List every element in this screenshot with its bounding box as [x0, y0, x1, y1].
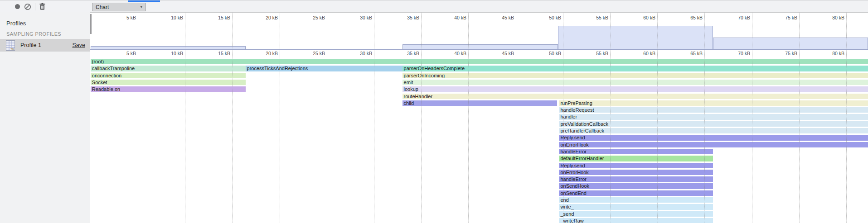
overview-baseline [90, 49, 868, 50]
flame-frame[interactable]: (root) [91, 59, 868, 64]
flame-frame[interactable]: routeHandler [402, 94, 868, 99]
flame-frame[interactable]: emit [402, 80, 868, 85]
chevron-down-icon: ▾ [140, 5, 142, 9]
vertical-scrollbar-thumb[interactable] [90, 14, 92, 34]
flame-frame[interactable]: parserOnIncoming [402, 73, 868, 78]
gridline-dots [610, 13, 611, 223]
memory-overview-step[interactable] [91, 46, 246, 49]
sidebar: Profiles SAMPLING PROFILES % Profile 1 S… [0, 12, 90, 223]
flame-frame[interactable]: preHandlerCallback [559, 128, 868, 133]
overview-tick-label: 55 kB [596, 15, 608, 20]
block-icon [24, 3, 31, 10]
flame-frame[interactable]: lookup [402, 86, 868, 92]
flame-ruler-tick-label: 65 kB [690, 51, 703, 56]
flame-ruler-tick-label: 15 kB [218, 51, 230, 56]
flame-frame[interactable]: Socket [91, 80, 246, 85]
flame-frame[interactable]: onSendEnd [559, 190, 713, 196]
flame-frame[interactable]: onconnection [91, 73, 246, 78]
flame-ruler-tick-label: 35 kB [407, 51, 419, 56]
flame-ruler-tick-label: 20 kB [266, 51, 278, 56]
flame-frame[interactable]: child [402, 100, 558, 106]
gridline-dots [280, 13, 280, 223]
record-button[interactable] [12, 2, 22, 11]
flame-frame[interactable]: Readable.on [91, 86, 246, 92]
flame-frame[interactable]: _send [559, 211, 713, 217]
overview-tick-label: 10 kB [171, 15, 183, 20]
view-mode-select[interactable]: Chart ▾ [92, 3, 146, 11]
gridline-dots [846, 13, 847, 223]
flame-ruler-tick-label: 5 kB [126, 51, 136, 56]
profile-document-icon: % [6, 40, 15, 51]
flame-frame[interactable]: parserOnHeadersComplete [402, 66, 868, 71]
gridline-dots [468, 13, 469, 223]
sampling-profiles-section-label: SAMPLING PROFILES [6, 31, 61, 37]
overview-tick-label: 20 kB [266, 15, 278, 20]
gridline-dots [185, 13, 185, 223]
overview-tick-label: 80 kB [832, 15, 844, 20]
flame-frame[interactable]: _writeRaw [559, 218, 713, 223]
gridline-dots [704, 13, 705, 223]
gridline-dots [421, 13, 422, 223]
flame-ruler-tick-label: 25 kB [313, 51, 325, 56]
flame-ruler-tick-label: 70 kB [738, 51, 750, 56]
overview-tick-label: 15 kB [218, 15, 230, 20]
gridline-dots [657, 13, 658, 223]
overview-tick-label: 60 kB [643, 15, 655, 20]
memory-overview-step[interactable] [558, 26, 713, 49]
flame-ruler-tick-label: 75 kB [785, 51, 797, 56]
overview-tick-label: 40 kB [454, 15, 466, 20]
flame-frame[interactable]: handleRequest [559, 107, 868, 113]
overview-tick-label: 35 kB [407, 15, 419, 20]
flame-frame[interactable]: preValidationCallback [559, 121, 868, 127]
flame-frame[interactable]: onErrorHook [559, 170, 713, 175]
gridline-dots [327, 13, 327, 223]
flame-frame[interactable]: onSendHook [559, 183, 713, 189]
flame-frame[interactable]: defaultErrorHandler [559, 156, 713, 161]
flame-frame[interactable]: callbackTrampoline [91, 66, 246, 71]
clear-button[interactable] [23, 2, 33, 11]
overview-tick-label: 50 kB [549, 15, 561, 20]
flame-frame[interactable]: runPreParsing [559, 100, 868, 106]
flame-ruler-tick-label: 30 kB [360, 51, 372, 56]
flame-frame[interactable]: handleError [559, 149, 713, 154]
svg-text:%: % [11, 47, 14, 51]
flame-frame[interactable]: onErrorHook [559, 142, 868, 147]
delete-profile-button[interactable] [37, 2, 47, 11]
toolbar-separator [35, 3, 35, 10]
trash-icon [39, 3, 46, 10]
view-mode-value: Chart [96, 4, 109, 10]
active-tab-indicator [128, 0, 160, 2]
flame-frame[interactable]: Reply.send [559, 135, 868, 140]
overview-tick-label: 70 kB [738, 15, 750, 20]
gridline-dots [516, 13, 516, 223]
flame-frame[interactable]: processTicksAndRejections [246, 66, 402, 71]
gridline-dots [799, 13, 800, 223]
flame-frame[interactable]: write_ [559, 204, 713, 209]
sidebar-item-profile-1[interactable]: % Profile 1 Save [0, 39, 90, 52]
overview-tick-label: 75 kB [785, 15, 797, 20]
save-profile-link[interactable]: Save [73, 42, 86, 48]
flame-ruler-tick-label: 50 kB [549, 51, 561, 56]
gridline-dots [563, 13, 563, 223]
profile-name: Profile 1 [20, 42, 73, 48]
overview-tick-label: 25 kB [313, 15, 325, 20]
chart-pane: 5 kB5 kB10 kB10 kB15 kB15 kB20 kB20 kB25… [90, 12, 868, 223]
profiler-panel-screen: { "window": {"width": 1915, "height": 49… [0, 0, 868, 223]
memory-overview-step[interactable] [713, 38, 868, 49]
gridline-dots [232, 13, 233, 223]
flame-frame[interactable]: handler [559, 114, 868, 119]
flame-ruler-tick-label: 40 kB [454, 51, 466, 56]
gridline-dots [752, 13, 752, 223]
sidebar-heading: Profiles [6, 20, 26, 27]
flame-frame[interactable]: Reply.send [559, 163, 713, 168]
toolbar: Chart ▾ [0, 0, 868, 12]
overview-tick-label: 5 kB [126, 15, 136, 20]
flame-frame[interactable]: handleError [559, 176, 713, 182]
flame-ruler-tick-label: 55 kB [596, 51, 608, 56]
gridline-dots [374, 13, 374, 223]
flame-ruler-tick-label: 80 kB [832, 51, 844, 56]
memory-overview-step[interactable] [402, 44, 558, 49]
flame-frame[interactable]: end [559, 197, 713, 203]
overview-tick-label: 65 kB [690, 15, 703, 20]
flame-ruler-tick-label: 60 kB [643, 51, 655, 56]
